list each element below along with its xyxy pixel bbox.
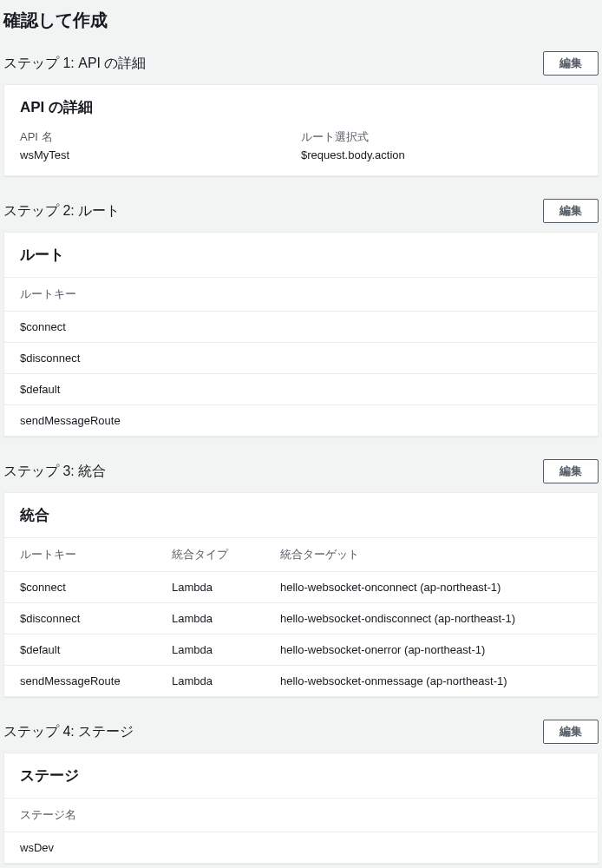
step2-edit-button[interactable]: 編集 (543, 199, 599, 223)
table-row: $disconnect (4, 342, 598, 373)
route-selection-label: ルート選択式 (301, 129, 582, 145)
table-row: $default Lambda hello-websocket-onerror … (4, 634, 598, 665)
integration-target-value: hello-websocket-onmessage (ap-northeast-… (280, 674, 582, 687)
integration-target-value: hello-websocket-onconnect (ap-northeast-… (280, 581, 582, 594)
step4-card-title: ステージ (4, 753, 598, 798)
route-key-value: $connect (20, 320, 582, 333)
integration-type-value: Lambda (172, 612, 280, 625)
step3-edit-button[interactable]: 編集 (543, 459, 599, 483)
table-row: $connect Lambda hello-websocket-onconnec… (4, 571, 598, 602)
step2-table-header: ルートキー (4, 277, 598, 311)
step2-col-routekey: ルートキー (20, 286, 582, 302)
step3-table-header: ルートキー 統合タイプ 統合ターゲット (4, 537, 598, 571)
step4-col-stagename: ステージ名 (20, 807, 582, 823)
step2-header: ステップ 2: ルート 編集 (0, 192, 602, 232)
table-row: sendMessageRoute Lambda hello-websocket-… (4, 665, 598, 696)
step4-table-header: ステージ名 (4, 798, 598, 832)
table-row: sendMessageRoute (4, 404, 598, 436)
step1-header: ステップ 1: API の詳細 編集 (0, 44, 602, 84)
integration-target-value: hello-websocket-onerror (ap-northeast-1) (280, 643, 582, 656)
step1-edit-button[interactable]: 編集 (543, 51, 599, 76)
step3-col-routekey: ルートキー (20, 547, 172, 562)
api-name-value: wsMyTest (20, 148, 301, 161)
step4-card: ステージ ステージ名 wsDev (3, 753, 599, 864)
stage-name-value: wsDev (20, 841, 582, 854)
page-title: 確認して作成 (3, 9, 599, 32)
step1-title: ステップ 1: API の詳細 (3, 55, 146, 73)
route-key-value: $default (20, 383, 582, 396)
step3-card-title: 統合 (4, 493, 598, 537)
route-selection-value: $request.body.action (301, 148, 582, 161)
step3-col-target: 統合ターゲット (280, 547, 582, 562)
step1-card-title: API の詳細 (4, 85, 598, 129)
table-row: $default (4, 373, 598, 404)
step3-header: ステップ 3: 統合 編集 (0, 452, 602, 492)
table-row: $connect (4, 311, 598, 342)
route-key-value: $default (20, 643, 172, 656)
step4-edit-button[interactable]: 編集 (543, 720, 599, 744)
step2-card-title: ルート (4, 233, 598, 277)
integration-type-value: Lambda (172, 581, 280, 594)
api-name-label: API 名 (20, 129, 301, 145)
step4-title: ステップ 4: ステージ (3, 723, 134, 741)
integration-type-value: Lambda (172, 674, 280, 687)
route-key-value: $disconnect (20, 612, 172, 625)
route-key-value: sendMessageRoute (20, 674, 172, 687)
step2-title: ステップ 2: ルート (3, 202, 120, 220)
route-key-value: sendMessageRoute (20, 414, 582, 427)
step3-title: ステップ 3: 統合 (3, 463, 106, 481)
table-row: $disconnect Lambda hello-websocket-ondis… (4, 602, 598, 634)
step3-card: 統合 ルートキー 統合タイプ 統合ターゲット $connect Lambda h… (3, 492, 599, 697)
route-key-value: $disconnect (20, 352, 582, 365)
route-key-value: $connect (20, 581, 172, 594)
integration-type-value: Lambda (172, 643, 280, 656)
table-row: wsDev (4, 832, 598, 863)
step1-card: API の詳細 API 名 wsMyTest ルート選択式 $request.b… (3, 84, 599, 176)
step3-col-type: 統合タイプ (172, 547, 280, 562)
integration-target-value: hello-websocket-ondisconnect (ap-northea… (280, 612, 582, 625)
step4-header: ステップ 4: ステージ 編集 (0, 713, 602, 753)
step2-card: ルート ルートキー $connect $disconnect $default … (3, 232, 599, 437)
